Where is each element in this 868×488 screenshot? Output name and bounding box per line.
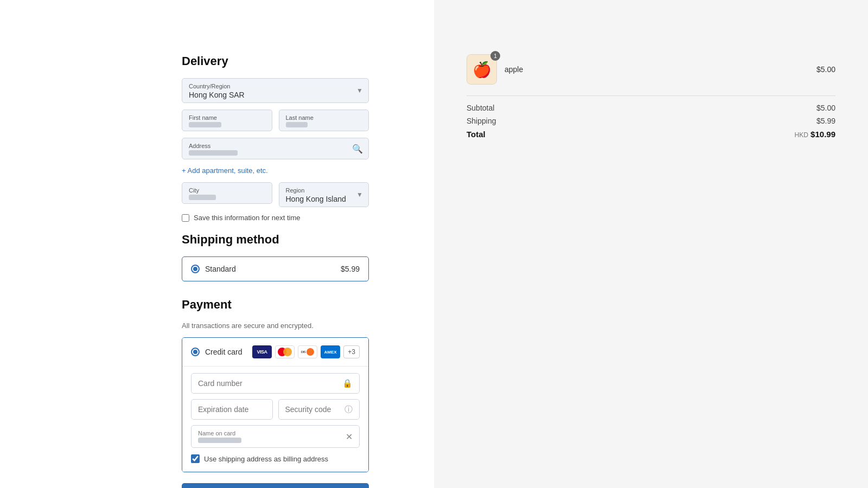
region-label: Region — [286, 187, 362, 194]
payment-section: Payment All transactions are secure and … — [182, 298, 369, 472]
delivery-title: Delivery — [182, 54, 369, 68]
shipping-price: $5.99 — [341, 265, 360, 273]
expiry-input[interactable] — [198, 405, 251, 414]
security-field[interactable]: ⓘ — [278, 399, 360, 420]
use-shipping-checkbox[interactable] — [191, 454, 200, 463]
country-select[interactable]: Hong Kong SAR — [189, 91, 362, 99]
name-placeholder-bar — [198, 438, 241, 443]
payment-box: Credit card VISA DIS — [182, 337, 369, 472]
region-select-wrapper[interactable]: Region Hong Kong Island ▼ — [279, 182, 369, 207]
address-placeholder — [189, 150, 238, 156]
region-select[interactable]: Hong Kong Island — [286, 195, 362, 203]
shipping-option-left: Standard — [191, 265, 236, 273]
amex-icon: AMEX — [321, 345, 340, 358]
shipping-section: Shipping method Standard $5.99 — [182, 233, 369, 281]
payment-title: Payment — [182, 298, 369, 312]
first-name-placeholder — [189, 122, 221, 127]
expiry-security-row: ⓘ — [191, 399, 360, 420]
shipping-title: Shipping method — [182, 233, 369, 247]
region-group: Region Hong Kong Island ▼ — [279, 182, 369, 207]
subtotal-row: Subtotal $5.00 — [467, 104, 835, 112]
save-info-checkbox[interactable] — [182, 214, 189, 222]
first-name-group: First name — [182, 110, 272, 131]
save-info-row: Save this information for next time — [182, 214, 369, 222]
first-name-field[interactable]: First name — [182, 110, 272, 131]
order-item-info: apple — [505, 65, 809, 74]
name-on-card-field[interactable]: Name on card ✕ — [191, 425, 360, 448]
subtotal-label: Subtotal — [467, 104, 494, 112]
total-value: $10.99 — [810, 130, 835, 139]
info-icon: ⓘ — [344, 404, 353, 415]
product-img-wrapper: 🍎 1 — [467, 54, 497, 85]
use-shipping-label[interactable]: Use shipping address as billing address — [204, 455, 328, 463]
subtotal-value: $5.00 — [816, 104, 835, 112]
payment-header-left: Credit card — [191, 348, 242, 356]
save-info-label[interactable]: Save this information for next time — [194, 214, 301, 222]
search-icon: 🔍 — [352, 144, 363, 154]
card-number-input[interactable] — [198, 379, 337, 388]
security-input[interactable] — [285, 405, 338, 414]
shipping-total-label: Shipping — [467, 117, 496, 125]
pay-now-button[interactable]: Pay now — [182, 483, 369, 488]
payment-header: Credit card VISA DIS — [182, 338, 368, 367]
country-label: Country/Region — [189, 83, 362, 89]
lock-icon: 🔒 — [342, 378, 353, 388]
product-emoji: 🍎 — [473, 61, 492, 79]
payment-subtitle: All transactions are secure and encrypte… — [182, 322, 369, 330]
mc-right-circle — [283, 348, 292, 356]
left-panel: Delivery Country/Region Hong Kong SAR ▼ … — [0, 0, 434, 488]
last-name-label: Last name — [286, 114, 362, 121]
total-amount: HKD $10.99 — [795, 130, 835, 139]
product-price: $5.00 — [816, 65, 835, 74]
card-icons: VISA DIS — [252, 345, 360, 358]
quantity-badge: 1 — [490, 51, 500, 61]
address-field[interactable]: Address 🔍 — [182, 138, 369, 159]
add-apt-link[interactable]: + Add apartment, suite, etc. — [182, 166, 268, 175]
city-field[interactable]: City — [182, 182, 272, 204]
visa-icon: VISA — [252, 345, 272, 358]
first-name-label: First name — [189, 114, 265, 121]
payment-radio-inner — [193, 350, 197, 354]
payment-fields: 🔒 ⓘ Name on card ✕ — [182, 367, 368, 472]
total-currency: HKD — [795, 131, 808, 139]
card-number-field[interactable]: 🔒 — [191, 373, 360, 394]
total-label: Total — [467, 130, 486, 139]
last-name-group: Last name — [279, 110, 369, 131]
name-row: First name Last name — [182, 110, 369, 131]
last-name-field[interactable]: Last name — [279, 110, 369, 131]
discover-inner: DIS — [298, 346, 317, 358]
city-label: City — [189, 187, 265, 194]
mastercard-icon — [275, 345, 295, 358]
product-name: apple — [505, 65, 523, 74]
shipping-row: Shipping $5.99 — [467, 117, 835, 125]
grand-total-row: Total HKD $10.99 — [467, 130, 835, 139]
more-cards-icon: +3 — [343, 345, 360, 358]
discover-circle — [307, 348, 314, 356]
shipping-option[interactable]: Standard $5.99 — [182, 256, 369, 281]
clear-icon[interactable]: ✕ — [346, 432, 353, 442]
right-panel: 🍎 1 apple $5.00 Subtotal $5.00 Shipping … — [434, 0, 868, 488]
use-shipping-row: Use shipping address as billing address — [191, 454, 360, 463]
radio-inner — [193, 267, 197, 271]
shipping-total-value: $5.99 — [816, 117, 835, 125]
address-group: Address 🔍 — [182, 138, 369, 159]
expiry-field[interactable] — [191, 399, 273, 420]
address-label: Address — [189, 143, 362, 149]
last-name-placeholder — [286, 122, 308, 127]
order-item: 🍎 1 apple $5.00 — [467, 54, 835, 85]
payment-radio[interactable] — [191, 348, 200, 356]
discover-icon: DIS — [298, 345, 317, 358]
credit-card-label: Credit card — [205, 348, 242, 356]
country-select-wrapper[interactable]: Country/Region Hong Kong SAR ▼ — [182, 78, 369, 103]
city-region-row: City Region Hong Kong Island ▼ — [182, 182, 369, 207]
city-placeholder — [189, 195, 216, 200]
shipping-label: Standard — [205, 265, 236, 273]
order-totals: Subtotal $5.00 Shipping $5.99 Total HKD … — [467, 95, 835, 139]
city-group: City — [182, 182, 272, 207]
shipping-radio — [191, 265, 200, 273]
name-on-card-label: Name on card — [198, 430, 337, 436]
